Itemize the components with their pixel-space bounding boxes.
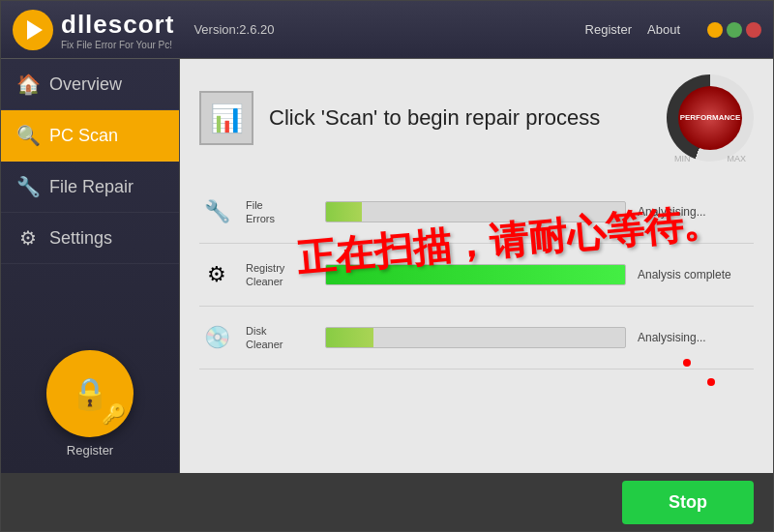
sidebar-label-settings: Settings xyxy=(49,228,112,249)
minimize-button[interactable] xyxy=(707,22,723,38)
maximize-button[interactable] xyxy=(727,22,742,38)
close-button[interactable] xyxy=(746,22,761,38)
progress-item-registry: ⚙ Registry Cleaner 100% Analysis complet… xyxy=(199,244,754,307)
sidebar-item-filerepair[interactable]: 🔧 File Repair xyxy=(1,162,179,213)
stop-button[interactable]: Stop xyxy=(622,481,754,524)
app-name: dllescort xyxy=(61,10,174,40)
sidebar-item-pcscan[interactable]: 🔍 PC Scan xyxy=(1,110,179,162)
progress-item-disk: 💿 Disk Cleaner 16% Analysising... xyxy=(199,307,754,369)
window-controls xyxy=(707,22,761,38)
scan-status-icon: 📊 xyxy=(199,91,253,145)
repair-icon: 🔧 xyxy=(16,175,40,198)
app-window: dllescort Fix File Error For Your Pc! Ve… xyxy=(0,0,774,532)
logo-text-area: dllescort Fix File Error For Your Pc! xyxy=(61,10,174,50)
app-version: Version:2.6.20 xyxy=(194,22,274,37)
sidebar-item-overview[interactable]: 🏠 Overview xyxy=(1,59,179,110)
sidebar: 🏠 Overview 🔍 PC Scan 🔧 File Repair ⚙ Set… xyxy=(1,59,180,473)
sidebar-label-filerepair: File Repair xyxy=(49,177,134,197)
disk-bar xyxy=(326,328,373,347)
disk-label: Disk Cleaner xyxy=(246,324,313,352)
gauge-max: MAX xyxy=(727,154,746,163)
content-title: Click 'Scan' to begin repair process xyxy=(269,105,651,131)
red-dot-2 xyxy=(707,378,715,386)
gauge-inner: PERFORMANCE xyxy=(678,86,742,150)
logo-area: dllescort Fix File Error For Your Pc! xyxy=(13,10,174,50)
file-errors-bar xyxy=(326,202,362,222)
progress-item-file-errors: 🔧 File Errors 12% Analysising... xyxy=(199,181,754,244)
disk-icon: 💿 xyxy=(199,320,234,355)
file-errors-icon: 🔧 xyxy=(199,194,234,229)
sidebar-label-pcscan: PC Scan xyxy=(49,126,118,146)
ecg-icon: 📊 xyxy=(210,103,244,134)
main-area: 🏠 Overview 🔍 PC Scan 🔧 File Repair ⚙ Set… xyxy=(1,59,773,473)
sidebar-footer: 🔒 🔑 Register xyxy=(1,335,179,473)
register-badge-label: Register xyxy=(67,443,113,458)
about-link[interactable]: About xyxy=(647,22,680,37)
sidebar-item-settings[interactable]: ⚙ Settings xyxy=(1,213,179,264)
gauge-minmax: MIN MAX xyxy=(667,154,754,163)
home-icon: 🏠 xyxy=(16,73,40,96)
sidebar-label-overview: Overview xyxy=(49,74,122,95)
registry-icon: ⚙ xyxy=(199,257,234,292)
key-icon: 🔑 xyxy=(102,402,126,426)
registry-bar xyxy=(326,265,625,284)
file-errors-label: File Errors xyxy=(246,198,313,226)
content-header: 📊 Click 'Scan' to begin repair process P… xyxy=(199,74,754,162)
file-errors-status: Analysising... xyxy=(638,205,754,219)
disk-status: Analysising... xyxy=(638,331,754,344)
settings-icon: ⚙ xyxy=(16,226,40,250)
registry-pct: 100% xyxy=(461,284,489,285)
registry-status: Analysis complete xyxy=(638,268,754,281)
file-errors-pct: 12% xyxy=(464,222,486,222)
title-actions: Register About xyxy=(585,22,761,38)
gauge-label-performance: PERFORMANCE xyxy=(680,113,741,123)
register-link[interactable]: Register xyxy=(585,22,632,37)
progress-list: 🔧 File Errors 12% Analysising... ⚙ Regis… xyxy=(199,181,754,369)
title-bar: dllescort Fix File Error For Your Pc! Ve… xyxy=(1,1,773,59)
scan-icon: 🔍 xyxy=(16,124,40,147)
register-badge[interactable]: 🔒 🔑 xyxy=(46,350,134,437)
bottom-bar: Stop xyxy=(1,473,773,531)
performance-gauge: PERFORMANCE MIN MAX xyxy=(667,74,754,162)
disk-pct: 16% xyxy=(464,347,486,348)
disk-bar-container: 16% xyxy=(325,327,626,348)
registry-bar-container: 100% xyxy=(325,264,626,285)
red-dot-1 xyxy=(683,359,691,367)
gauge-min: MIN xyxy=(674,154,691,163)
logo-icon xyxy=(13,10,53,50)
app-tagline: Fix File Error For Your Pc! xyxy=(61,40,174,50)
registry-label: Registry Cleaner xyxy=(246,261,313,289)
file-errors-bar-container: 12% xyxy=(325,201,626,222)
content-area: 📊 Click 'Scan' to begin repair process P… xyxy=(180,59,773,473)
